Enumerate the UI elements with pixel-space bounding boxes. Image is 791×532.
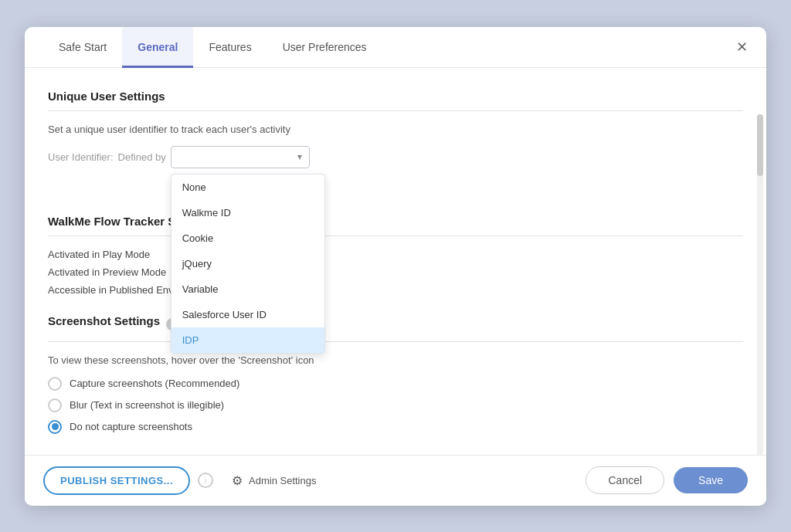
dialog-content: Unique User Settings Set a unique user i… [25,68,766,506]
admin-settings-button[interactable]: ⚙ Admin Settings [232,473,316,488]
dialog-footer: PUBLISH SETTINGS... i ⚙ Admin Settings C… [25,455,766,506]
cancel-button[interactable]: Cancel [586,466,664,494]
walkme-row-preview: Activated in Preview Mode [48,266,743,278]
screenshot-settings-section: Screenshot Settings ? To view these scre… [48,314,743,434]
user-identifier-row: User Identifier: Defined by ▾ None Walkm… [48,146,743,168]
screenshot-title-row: Screenshot Settings ? [48,314,743,335]
dialog-header: Safe Start General Features User Prefere… [25,27,766,68]
dropdown-option-idp[interactable]: IDP [171,327,324,353]
dropdown-option-jquery[interactable]: jQuery [171,251,324,276]
dropdown-menu: None Walkme ID Cookie jQuery Variable Sa… [171,174,325,354]
screenshot-option-capture[interactable]: Capture screenshots (Recommended) [48,377,743,391]
scrollbar-thumb[interactable] [757,114,763,176]
screenshot-description: To view these screenshots, hover over th… [48,354,743,366]
screenshot-option-do-not-capture[interactable]: Do not capture screenshots [48,420,743,434]
walkme-flow-section: WalkMe Flow Tracker Settin Activated in … [48,215,743,296]
dropdown-option-salesforce-user-id[interactable]: Salesforce User ID [171,302,324,327]
walkme-play-label: Activated in Play Mode [48,249,150,260]
dropdown-option-cookie[interactable]: Cookie [171,225,324,251]
screenshot-capture-label: Capture screenshots (Recommended) [70,378,239,389]
screenshot-blur-label: Blur (Text in screenshot is illegible) [70,399,224,411]
user-identifier-select[interactable] [171,146,310,168]
publish-info-icon[interactable]: i [198,473,213,488]
dropdown-option-variable[interactable]: Variable [171,276,324,302]
scrollbar-track[interactable] [757,114,763,459]
radio-do-not-capture[interactable] [48,420,62,434]
unique-user-settings-title: Unique User Settings [48,90,743,103]
walkme-published-label: Accessible in Published Envi [48,284,175,296]
walkme-flow-title: WalkMe Flow Tracker Settin [48,215,743,228]
close-button[interactable]: ✕ [732,37,752,57]
unique-user-settings-section: Unique User Settings Set a unique user i… [48,90,743,168]
tab-user-preferences[interactable]: User Preferences [267,27,382,68]
screenshot-radio-group: Capture screenshots (Recommended) Blur (… [48,377,743,434]
settings-dialog: Safe Start General Features User Prefere… [25,27,766,506]
user-identifier-label: User Identifier: [48,151,114,163]
save-button[interactable]: Save [674,467,748,493]
screenshot-option-blur[interactable]: Blur (Text in screenshot is illegible) [48,398,743,412]
screenshot-settings-title: Screenshot Settings [48,314,160,327]
gear-icon: ⚙ [232,473,243,488]
radio-capture[interactable] [48,377,62,391]
tab-safe-start[interactable]: Safe Start [43,27,122,68]
walkme-row-published: Accessible in Published Envi [48,284,743,296]
dropdown-option-none[interactable]: None [171,175,324,200]
tab-general[interactable]: General [122,27,193,68]
walkme-row-play: Activated in Play Mode [48,249,743,260]
radio-blur[interactable] [48,398,62,412]
defined-by-label: Defined by [118,151,166,163]
tab-features[interactable]: Features [193,27,266,68]
user-identifier-dropdown-wrapper: ▾ None Walkme ID Cookie jQuery Variable … [171,146,310,168]
unique-user-settings-description: Set a unique user identifier to track ea… [48,124,743,135]
screenshot-do-not-capture-label: Do not capture screenshots [70,421,192,432]
admin-settings-label: Admin Settings [249,475,316,486]
publish-settings-button[interactable]: PUBLISH SETTINGS... [43,466,190,495]
dropdown-option-walkme-id[interactable]: Walkme ID [171,200,324,225]
walkme-preview-label: Activated in Preview Mode [48,266,166,278]
